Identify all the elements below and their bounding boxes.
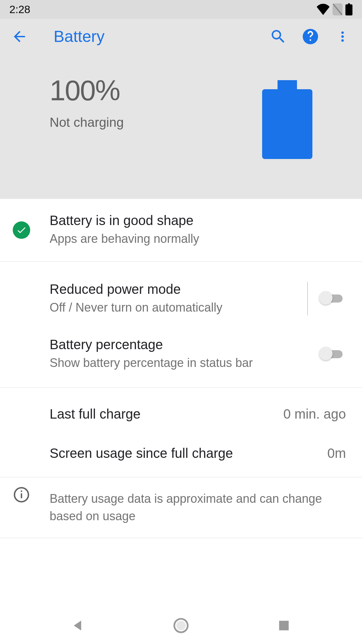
svg-rect-1 [346, 4, 353, 15]
battery-health-title: Battery is in good shape [50, 213, 346, 228]
back-button[interactable] [9, 26, 29, 47]
battery-hero: 100% Not charging [0, 54, 362, 199]
nav-home-button[interactable] [171, 615, 191, 636]
info-icon [13, 486, 30, 503]
last-full-charge-label: Last full charge [50, 407, 283, 422]
system-nav-bar [0, 607, 362, 644]
check-circle-icon [13, 221, 30, 239]
status-bar: 2:28 [0, 0, 362, 19]
reduced-power-subtitle: Off / Never turn on automatically [50, 300, 296, 316]
svg-rect-8 [21, 490, 22, 492]
battery-graphic-icon [262, 80, 312, 159]
battery-charging-state: Not charging [50, 115, 124, 130]
reduced-power-row[interactable]: Reduced power mode Off / Never turn on a… [0, 271, 362, 327]
nav-recent-button[interactable] [274, 615, 294, 636]
usage-footnote-text: Battery usage data is approximate and ca… [50, 490, 346, 525]
screen-usage-row[interactable]: Screen usage since full charge 0m [0, 435, 362, 477]
app-bar: Battery [0, 19, 362, 54]
search-icon [269, 28, 287, 45]
help-button[interactable] [300, 26, 320, 47]
last-full-charge-row[interactable]: Last full charge 0 min. ago [0, 396, 362, 435]
search-button[interactable] [268, 26, 288, 47]
status-time: 2:28 [9, 3, 30, 16]
arrow-left-icon [11, 28, 28, 45]
svg-rect-7 [21, 493, 22, 498]
svg-point-4 [341, 35, 344, 38]
svg-rect-11 [279, 621, 289, 631]
battery-percentage-hero: 100% [50, 74, 124, 107]
wifi-icon [316, 4, 330, 15]
battery-percentage-title: Battery percentage [50, 337, 319, 352]
svg-point-5 [341, 39, 344, 42]
battery-health-subtitle: Apps are behaving normally [50, 231, 346, 247]
battery-percentage-subtitle: Show battery percentage in status bar [50, 355, 319, 371]
last-full-charge-value: 0 min. ago [283, 407, 346, 422]
nav-back-button[interactable] [68, 615, 88, 636]
more-vert-icon [336, 30, 349, 43]
reduced-power-toggle[interactable] [319, 291, 346, 306]
settings-list: Battery is in good shape Apps are behavi… [0, 199, 362, 538]
page-title: Battery [54, 27, 256, 46]
status-icons [316, 3, 353, 15]
square-recent-icon [278, 619, 290, 632]
no-sim-icon [333, 3, 343, 15]
battery-percentage-row[interactable]: Battery percentage Show battery percenta… [0, 326, 362, 388]
reduced-power-title: Reduced power mode [50, 282, 296, 297]
battery-percentage-toggle[interactable] [319, 347, 346, 362]
battery-status-icon [345, 3, 353, 15]
overflow-menu-button[interactable] [333, 26, 353, 47]
divider [307, 282, 308, 315]
svg-point-10 [176, 621, 186, 630]
usage-footnote-row: Battery usage data is approximate and ca… [0, 477, 362, 538]
screen-usage-label: Screen usage since full charge [50, 446, 327, 461]
svg-point-3 [341, 31, 344, 34]
battery-health-row[interactable]: Battery is in good shape Apps are behavi… [0, 199, 362, 262]
help-icon [302, 28, 319, 45]
screen-usage-value: 0m [327, 446, 346, 461]
triangle-back-icon [71, 618, 85, 633]
circle-home-icon [173, 618, 189, 634]
